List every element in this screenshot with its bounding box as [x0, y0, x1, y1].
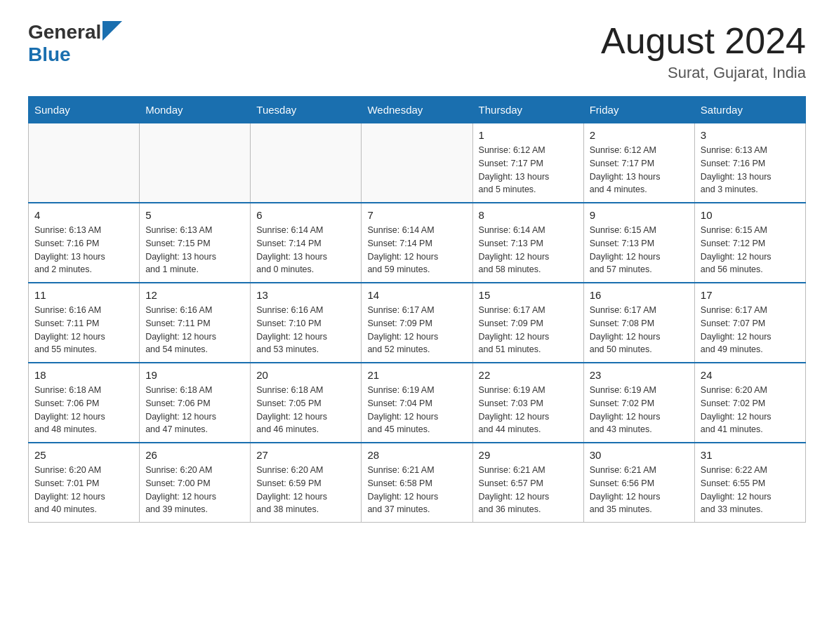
day-info: Sunrise: 6:17 AMSunset: 7:09 PMDaylight:… [479, 304, 578, 356]
day-number: 25 [34, 449, 133, 461]
day-number: 14 [367, 289, 466, 301]
day-info: Sunrise: 6:15 AMSunset: 7:12 PMDaylight:… [701, 224, 800, 276]
header-friday: Friday [583, 97, 694, 123]
table-row: 31Sunrise: 6:22 AMSunset: 6:55 PMDayligh… [694, 443, 805, 523]
day-info: Sunrise: 6:18 AMSunset: 7:06 PMDaylight:… [145, 384, 244, 436]
day-info: Sunrise: 6:12 AMSunset: 7:17 PMDaylight:… [590, 144, 689, 196]
location-subtitle: Surat, Gujarat, India [601, 64, 806, 82]
table-row: 12Sunrise: 6:16 AMSunset: 7:11 PMDayligh… [140, 283, 251, 363]
day-number: 13 [256, 289, 355, 301]
table-row: 28Sunrise: 6:21 AMSunset: 6:58 PMDayligh… [362, 443, 472, 523]
table-row: 21Sunrise: 6:19 AMSunset: 7:04 PMDayligh… [362, 363, 472, 443]
calendar-week-row: 1Sunrise: 6:12 AMSunset: 7:17 PMDaylight… [29, 123, 806, 203]
day-number: 3 [701, 129, 800, 141]
day-info: Sunrise: 6:21 AMSunset: 6:58 PMDaylight:… [367, 464, 466, 516]
day-number: 16 [590, 289, 689, 301]
table-row: 19Sunrise: 6:18 AMSunset: 7:06 PMDayligh… [140, 363, 251, 443]
day-number: 20 [256, 369, 355, 381]
table-row: 18Sunrise: 6:18 AMSunset: 7:06 PMDayligh… [29, 363, 140, 443]
table-row: 9Sunrise: 6:15 AMSunset: 7:13 PMDaylight… [583, 203, 694, 283]
day-info: Sunrise: 6:17 AMSunset: 7:07 PMDaylight:… [701, 304, 800, 356]
title-section: August 2024 Surat, Gujarat, India [601, 21, 806, 82]
table-row: 17Sunrise: 6:17 AMSunset: 7:07 PMDayligh… [694, 283, 805, 363]
day-info: Sunrise: 6:14 AMSunset: 7:14 PMDaylight:… [367, 224, 466, 276]
day-number: 12 [145, 289, 244, 301]
day-number: 2 [590, 129, 689, 141]
logo: General Blue [28, 21, 122, 66]
day-number: 17 [701, 289, 800, 301]
day-number: 18 [34, 369, 133, 381]
day-info: Sunrise: 6:16 AMSunset: 7:11 PMDaylight:… [34, 304, 133, 356]
table-row: 16Sunrise: 6:17 AMSunset: 7:08 PMDayligh… [583, 283, 694, 363]
day-info: Sunrise: 6:20 AMSunset: 6:59 PMDaylight:… [256, 464, 355, 516]
header-monday: Monday [140, 97, 251, 123]
table-row: 26Sunrise: 6:20 AMSunset: 7:00 PMDayligh… [140, 443, 251, 523]
day-info: Sunrise: 6:13 AMSunset: 7:16 PMDaylight:… [701, 144, 800, 196]
logo-triangle-icon [102, 21, 122, 41]
day-info: Sunrise: 6:18 AMSunset: 7:05 PMDaylight:… [256, 384, 355, 436]
day-info: Sunrise: 6:14 AMSunset: 7:13 PMDaylight:… [479, 224, 578, 276]
day-info: Sunrise: 6:21 AMSunset: 6:57 PMDaylight:… [479, 464, 578, 516]
day-info: Sunrise: 6:20 AMSunset: 7:01 PMDaylight:… [34, 464, 133, 516]
day-info: Sunrise: 6:22 AMSunset: 6:55 PMDaylight:… [701, 464, 800, 516]
table-row: 23Sunrise: 6:19 AMSunset: 7:02 PMDayligh… [583, 363, 694, 443]
day-info: Sunrise: 6:13 AMSunset: 7:15 PMDaylight:… [145, 224, 244, 276]
day-number: 1 [479, 129, 578, 141]
day-info: Sunrise: 6:17 AMSunset: 7:08 PMDaylight:… [590, 304, 689, 356]
calendar-week-row: 25Sunrise: 6:20 AMSunset: 7:01 PMDayligh… [29, 443, 806, 523]
header-thursday: Thursday [472, 97, 583, 123]
header-saturday: Saturday [694, 97, 805, 123]
header-wednesday: Wednesday [362, 97, 472, 123]
day-info: Sunrise: 6:15 AMSunset: 7:13 PMDaylight:… [590, 224, 689, 276]
table-row: 7Sunrise: 6:14 AMSunset: 7:14 PMDaylight… [362, 203, 472, 283]
page-header: General Blue August 2024 Surat, Gujarat,… [28, 21, 806, 82]
day-number: 4 [34, 209, 133, 221]
table-row: 25Sunrise: 6:20 AMSunset: 7:01 PMDayligh… [29, 443, 140, 523]
day-number: 24 [701, 369, 800, 381]
day-number: 10 [701, 209, 800, 221]
weekday-header-row: Sunday Monday Tuesday Wednesday Thursday… [29, 97, 806, 123]
table-row: 14Sunrise: 6:17 AMSunset: 7:09 PMDayligh… [362, 283, 472, 363]
header-sunday: Sunday [29, 97, 140, 123]
day-info: Sunrise: 6:18 AMSunset: 7:06 PMDaylight:… [34, 384, 133, 436]
day-info: Sunrise: 6:19 AMSunset: 7:03 PMDaylight:… [479, 384, 578, 436]
day-number: 5 [145, 209, 244, 221]
day-info: Sunrise: 6:17 AMSunset: 7:09 PMDaylight:… [367, 304, 466, 356]
day-number: 22 [479, 369, 578, 381]
day-info: Sunrise: 6:16 AMSunset: 7:11 PMDaylight:… [145, 304, 244, 356]
table-row [140, 123, 251, 203]
table-row: 8Sunrise: 6:14 AMSunset: 7:13 PMDaylight… [472, 203, 583, 283]
day-number: 7 [367, 209, 466, 221]
table-row: 15Sunrise: 6:17 AMSunset: 7:09 PMDayligh… [472, 283, 583, 363]
table-row: 27Sunrise: 6:20 AMSunset: 6:59 PMDayligh… [251, 443, 362, 523]
day-info: Sunrise: 6:19 AMSunset: 7:02 PMDaylight:… [590, 384, 689, 436]
table-row: 6Sunrise: 6:14 AMSunset: 7:14 PMDaylight… [251, 203, 362, 283]
day-number: 11 [34, 289, 133, 301]
day-number: 23 [590, 369, 689, 381]
calendar-week-row: 4Sunrise: 6:13 AMSunset: 7:16 PMDaylight… [29, 203, 806, 283]
table-row: 30Sunrise: 6:21 AMSunset: 6:56 PMDayligh… [583, 443, 694, 523]
day-number: 9 [590, 209, 689, 221]
day-info: Sunrise: 6:21 AMSunset: 6:56 PMDaylight:… [590, 464, 689, 516]
table-row: 22Sunrise: 6:19 AMSunset: 7:03 PMDayligh… [472, 363, 583, 443]
day-number: 19 [145, 369, 244, 381]
table-row: 2Sunrise: 6:12 AMSunset: 7:17 PMDaylight… [583, 123, 694, 203]
day-info: Sunrise: 6:20 AMSunset: 7:00 PMDaylight:… [145, 464, 244, 516]
day-info: Sunrise: 6:19 AMSunset: 7:04 PMDaylight:… [367, 384, 466, 436]
day-number: 26 [145, 449, 244, 461]
table-row: 1Sunrise: 6:12 AMSunset: 7:17 PMDaylight… [472, 123, 583, 203]
table-row: 20Sunrise: 6:18 AMSunset: 7:05 PMDayligh… [251, 363, 362, 443]
day-number: 15 [479, 289, 578, 301]
day-number: 29 [479, 449, 578, 461]
table-row: 24Sunrise: 6:20 AMSunset: 7:02 PMDayligh… [694, 363, 805, 443]
day-info: Sunrise: 6:12 AMSunset: 7:17 PMDaylight:… [479, 144, 578, 196]
day-info: Sunrise: 6:14 AMSunset: 7:14 PMDaylight:… [256, 224, 355, 276]
day-number: 6 [256, 209, 355, 221]
day-info: Sunrise: 6:13 AMSunset: 7:16 PMDaylight:… [34, 224, 133, 276]
day-number: 28 [367, 449, 466, 461]
table-row: 5Sunrise: 6:13 AMSunset: 7:15 PMDaylight… [140, 203, 251, 283]
table-row: 10Sunrise: 6:15 AMSunset: 7:12 PMDayligh… [694, 203, 805, 283]
day-info: Sunrise: 6:16 AMSunset: 7:10 PMDaylight:… [256, 304, 355, 356]
table-row [29, 123, 140, 203]
calendar-week-row: 18Sunrise: 6:18 AMSunset: 7:06 PMDayligh… [29, 363, 806, 443]
